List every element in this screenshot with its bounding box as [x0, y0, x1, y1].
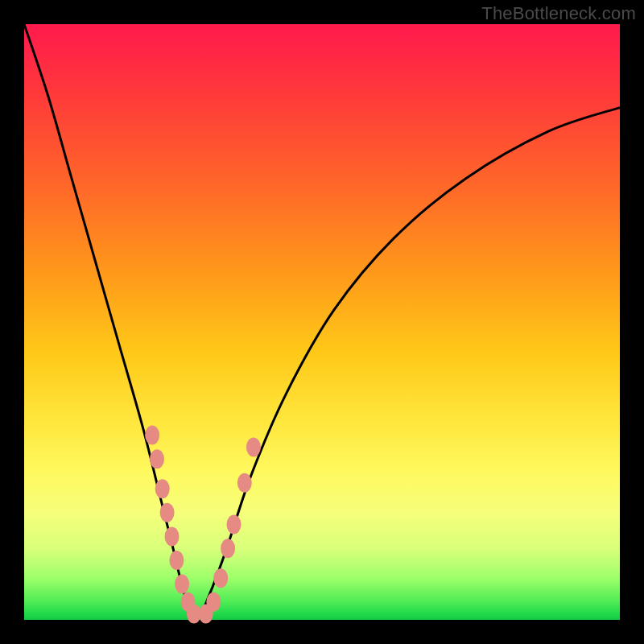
data-marker	[246, 437, 261, 456]
data-marker	[145, 426, 159, 445]
chart-svg	[24, 24, 620, 620]
data-marker	[213, 568, 228, 588]
chart-frame: TheBottleneck.com	[0, 0, 644, 644]
data-marker	[155, 479, 170, 498]
watermark-text: TheBottleneck.com	[481, 3, 636, 24]
data-marker	[169, 551, 184, 570]
curve-group	[24, 24, 620, 620]
marker-group	[145, 426, 261, 624]
data-marker	[221, 539, 235, 558]
data-marker	[227, 515, 242, 535]
plot-area	[24, 24, 620, 620]
data-marker	[150, 449, 164, 469]
data-marker	[160, 503, 175, 522]
data-marker	[165, 526, 180, 546]
data-marker	[237, 473, 252, 493]
data-marker	[175, 575, 189, 594]
bottleneck-curve	[24, 24, 620, 620]
data-marker	[206, 592, 221, 612]
